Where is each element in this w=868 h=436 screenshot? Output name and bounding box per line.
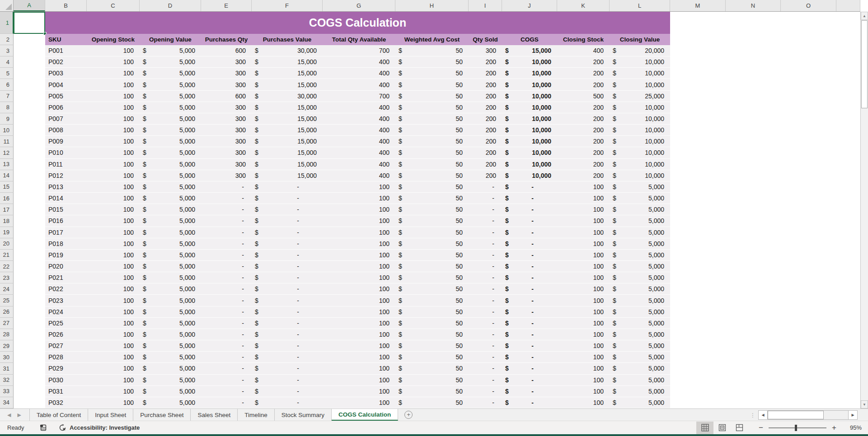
- cell-H5[interactable]: $50: [395, 68, 469, 79]
- cell-I8[interactable]: 200: [469, 102, 502, 113]
- cell-J4[interactable]: $10,000: [502, 56, 557, 68]
- cell-F8[interactable]: $15,000: [252, 102, 323, 113]
- accessibility-status[interactable]: Accessibility: Investigate: [59, 424, 140, 431]
- cell-J15[interactable]: $-: [502, 181, 557, 193]
- cell-J8[interactable]: $10,000: [502, 102, 557, 113]
- cell-K7[interactable]: 500: [557, 91, 610, 102]
- cell-H12[interactable]: $50: [395, 147, 469, 158]
- table-header-purchases-value[interactable]: Purchases Value: [252, 34, 323, 45]
- cell-C31[interactable]: 100: [87, 363, 140, 374]
- cell-I26[interactable]: -: [469, 306, 502, 318]
- cell-C9[interactable]: 100: [87, 113, 140, 125]
- cell-F21[interactable]: $-: [252, 250, 323, 261]
- cell-G32[interactable]: 100: [323, 375, 395, 386]
- cell-B9[interactable]: P007: [45, 113, 87, 125]
- column-header-H[interactable]: H: [395, 0, 469, 11]
- cell-K13[interactable]: 200: [557, 159, 610, 170]
- cell-G30[interactable]: 100: [323, 352, 395, 363]
- cell-J22[interactable]: $-: [502, 261, 557, 272]
- cell-I16[interactable]: -: [469, 193, 502, 204]
- cell-K10[interactable]: 200: [557, 125, 610, 136]
- cell-J25[interactable]: $-: [502, 295, 557, 306]
- cell-K19[interactable]: 100: [557, 227, 610, 238]
- cell-G11[interactable]: 400: [323, 136, 395, 147]
- cell-B14[interactable]: P012: [45, 170, 87, 181]
- cell-I18[interactable]: -: [469, 215, 502, 227]
- cell-J16[interactable]: $-: [502, 193, 557, 204]
- cell-H19[interactable]: $50: [395, 227, 469, 238]
- cell-F19[interactable]: $-: [252, 227, 323, 238]
- row-header-20[interactable]: 20: [0, 238, 14, 250]
- cell-H29[interactable]: $50: [395, 340, 469, 352]
- zoom-in-button[interactable]: +: [831, 423, 837, 432]
- cell-F28[interactable]: $-: [252, 329, 323, 340]
- tab-nav-left-icon[interactable]: ◀: [7, 412, 11, 418]
- cell-D30[interactable]: $5,000: [140, 352, 201, 363]
- row-header-21[interactable]: 21: [0, 250, 14, 261]
- cell-G24[interactable]: 100: [323, 283, 395, 295]
- normal-view-button[interactable]: [696, 422, 713, 434]
- cell-D27[interactable]: $5,000: [140, 318, 201, 329]
- cell-K11[interactable]: 200: [557, 136, 610, 147]
- cell-L13[interactable]: $10,000: [610, 159, 670, 170]
- cell-L30[interactable]: $5,000: [610, 352, 670, 363]
- scroll-down-arrow-icon[interactable]: ▼: [861, 400, 868, 408]
- cell-D6[interactable]: $5,000: [140, 79, 201, 90]
- cell-B13[interactable]: P011: [45, 159, 87, 170]
- cell-C16[interactable]: 100: [87, 193, 140, 204]
- cell-F20[interactable]: $-: [252, 238, 323, 250]
- cell-L15[interactable]: $5,000: [610, 181, 670, 193]
- cell-H23[interactable]: $50: [395, 272, 469, 283]
- cell-H27[interactable]: $50: [395, 318, 469, 329]
- table-header-cogs[interactable]: COGS: [502, 34, 557, 45]
- cell-C5[interactable]: 100: [87, 68, 140, 79]
- table-header-total-qty-available[interactable]: Total Qty Available: [323, 34, 395, 45]
- cell-E5[interactable]: 300: [201, 68, 252, 79]
- cell-L25[interactable]: $5,000: [610, 295, 670, 306]
- cell-J9[interactable]: $10,000: [502, 113, 557, 125]
- column-header-K[interactable]: K: [557, 0, 610, 11]
- cell-D14[interactable]: $5,000: [140, 170, 201, 181]
- cell-B24[interactable]: P022: [45, 283, 87, 295]
- cell-I12[interactable]: 200: [469, 147, 502, 158]
- cell-C22[interactable]: 100: [87, 261, 140, 272]
- cell-L10[interactable]: $10,000: [610, 125, 670, 136]
- cell-B10[interactable]: P008: [45, 125, 87, 136]
- cell-K23[interactable]: 100: [557, 272, 610, 283]
- cell-D9[interactable]: $5,000: [140, 113, 201, 125]
- cell-L11[interactable]: $10,000: [610, 136, 670, 147]
- cell-C11[interactable]: 100: [87, 136, 140, 147]
- cell-I15[interactable]: -: [469, 181, 502, 193]
- cell-C14[interactable]: 100: [87, 170, 140, 181]
- cell-G10[interactable]: 400: [323, 125, 395, 136]
- cell-I6[interactable]: 200: [469, 79, 502, 90]
- cell-B8[interactable]: P006: [45, 102, 87, 113]
- cell-L18[interactable]: $5,000: [610, 215, 670, 227]
- cell-B4[interactable]: P002: [45, 56, 87, 68]
- row-header-10[interactable]: 10: [0, 125, 14, 136]
- cell-E31[interactable]: -: [201, 363, 252, 374]
- cell-B6[interactable]: P004: [45, 79, 87, 90]
- cell-E19[interactable]: -: [201, 227, 252, 238]
- cell-B21[interactable]: P019: [45, 250, 87, 261]
- cell-G29[interactable]: 100: [323, 340, 395, 352]
- row-header-9[interactable]: 9: [0, 113, 14, 125]
- cell-D7[interactable]: $5,000: [140, 91, 201, 102]
- cell-E25[interactable]: -: [201, 295, 252, 306]
- horizontal-scrollbar-track[interactable]: [768, 410, 848, 420]
- cell-G34[interactable]: 100: [323, 397, 395, 408]
- cell-F13[interactable]: $15,000: [252, 159, 323, 170]
- cell-F33[interactable]: $-: [252, 386, 323, 397]
- cell-D15[interactable]: $5,000: [140, 181, 201, 193]
- cell-I34[interactable]: -: [469, 397, 502, 408]
- cell-E7[interactable]: 600: [201, 91, 252, 102]
- scroll-left-arrow-icon[interactable]: ◀: [758, 410, 768, 420]
- cell-D29[interactable]: $5,000: [140, 340, 201, 352]
- cell-B33[interactable]: P031: [45, 386, 87, 397]
- cell-I32[interactable]: -: [469, 375, 502, 386]
- cell-C15[interactable]: 100: [87, 181, 140, 193]
- cell-D16[interactable]: $5,000: [140, 193, 201, 204]
- row-header-33[interactable]: 33: [0, 386, 14, 397]
- cell-B30[interactable]: P028: [45, 352, 87, 363]
- cell-K16[interactable]: 100: [557, 193, 610, 204]
